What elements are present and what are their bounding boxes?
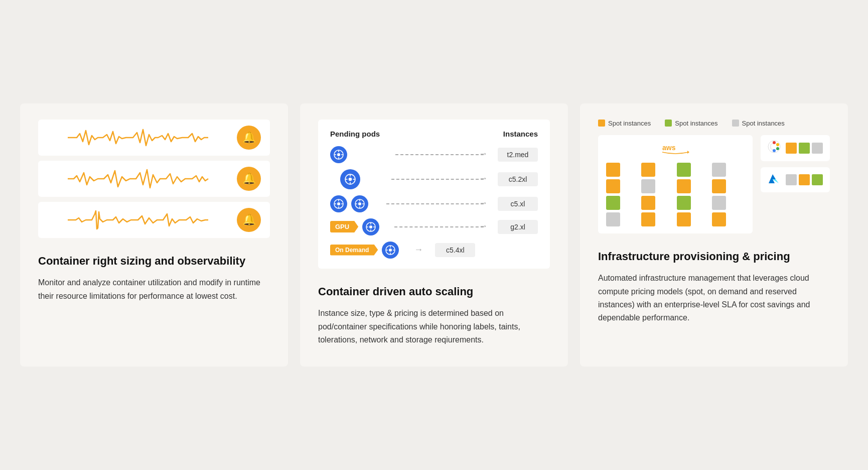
waveform-3: [47, 209, 229, 231]
k8s-icon-5: [382, 242, 399, 259]
card2-desc: Instance size, type & pricing is determi…: [318, 307, 550, 346]
sq-15: [677, 212, 691, 226]
sq-3: [677, 163, 691, 177]
gpu-tag: GPU: [330, 221, 358, 232]
gcp-sq-2: [799, 143, 810, 154]
card1-title: Container right sizing and observability: [38, 254, 270, 269]
aws-svg: aws: [660, 142, 690, 156]
legend-dot-orange: [598, 120, 605, 127]
waveform-2: [47, 168, 229, 190]
svg-point-7: [349, 177, 352, 181]
bell-1: 🔔: [237, 126, 261, 150]
sq-6: [641, 179, 655, 193]
card3-title: Infrastructure provisioning & pricing: [598, 250, 830, 264]
gcp-sq-3: [812, 143, 823, 154]
azure-sq-2: [799, 174, 810, 185]
instances-label: Instances: [503, 130, 538, 138]
svg-point-40: [776, 143, 779, 146]
azure-sq-3: [812, 174, 823, 185]
ondemand-tag: On Demand: [330, 245, 378, 256]
arrow-2: [391, 179, 484, 180]
monitoring-row-3: 🔔: [38, 202, 270, 238]
waveform-1: [47, 127, 229, 149]
arrow-4: [394, 226, 484, 227]
scaling-row-2: c5.2xl: [330, 169, 538, 189]
scaling-row-1: t2.med: [330, 146, 538, 163]
k8s-icon-3b: [351, 195, 368, 212]
azure-icon: [768, 172, 781, 187]
arrow-1: [395, 154, 484, 155]
legend-label-1: Spot instances: [608, 120, 651, 127]
sq-7: [677, 179, 691, 193]
sq-10: [641, 196, 655, 210]
instance-2: c5.2xl: [498, 172, 538, 186]
monitoring-row-1: 🔔: [38, 120, 270, 156]
sq-11: [677, 196, 691, 210]
legend-gray: Spot instances: [732, 120, 785, 127]
svg-point-42: [773, 149, 776, 152]
aws-logo: aws: [606, 142, 745, 158]
monitoring-row-2: 🔔: [38, 161, 270, 197]
sq-1: [606, 163, 620, 177]
azure-panel: [761, 167, 830, 192]
pending-pods-label: Pending pods: [330, 130, 380, 138]
sq-13: [606, 212, 620, 226]
sq-9: [606, 196, 620, 210]
cloud-right-panels: [761, 135, 830, 233]
azure-sq-1: [786, 174, 797, 185]
sq-2: [641, 163, 655, 177]
aws-grid: [606, 163, 745, 226]
instance-1: t2.med: [498, 148, 538, 162]
arrow-3: [386, 203, 484, 204]
legend-label-3: Spot instances: [742, 120, 785, 127]
svg-marker-37: [687, 151, 689, 154]
svg-point-39: [773, 141, 776, 144]
card2-title: Container driven auto scaling: [318, 285, 550, 299]
card-infrastructure: Spot instances Spot instances Spot insta…: [580, 103, 848, 367]
instance-5: c5.4xl: [435, 243, 475, 257]
gcp-panel: [761, 135, 830, 161]
legend-label-2: Spot instances: [675, 120, 717, 127]
legend-dot-green: [665, 120, 672, 127]
svg-point-31: [389, 249, 392, 252]
infra-diagram: Spot instances Spot instances Spot insta…: [598, 120, 830, 233]
sq-16: [712, 212, 726, 226]
scaling-diagram: Pending pods Instances t2.med: [318, 120, 550, 269]
bell-3: 🔔: [237, 208, 261, 232]
svg-point-19: [358, 202, 361, 205]
monitoring-rows: 🔔 🔔 🔔: [38, 120, 270, 238]
scaling-row-4: GPU g2.xl: [330, 218, 538, 236]
svg-text:aws: aws: [662, 144, 676, 152]
sq-4: [712, 163, 726, 177]
svg-point-25: [369, 225, 372, 228]
card-auto-scaling: Pending pods Instances t2.med: [300, 103, 568, 367]
bell-icon-2: 🔔: [242, 172, 256, 185]
legend-green: Spot instances: [665, 120, 717, 127]
scaling-row-3: c5.xl: [330, 195, 538, 212]
azure-squares: [786, 174, 823, 185]
gcp-sq-1: [786, 143, 797, 154]
svg-point-1: [337, 153, 340, 156]
legend-row: Spot instances Spot instances Spot insta…: [598, 120, 830, 127]
sq-12: [712, 196, 726, 210]
svg-point-13: [337, 202, 340, 205]
sq-14: [641, 212, 655, 226]
card3-desc: Automated infrastructure management that…: [598, 272, 830, 325]
k8s-icon-3a: [330, 195, 347, 212]
aws-panel: aws: [598, 135, 753, 233]
card-right-sizing: 🔔 🔔 🔔 Container right sizin: [20, 103, 288, 367]
bell-icon-3: 🔔: [242, 213, 256, 226]
bell-2: 🔔: [237, 167, 261, 191]
cards-container: 🔔 🔔 🔔 Container right sizin: [20, 103, 848, 367]
legend-dot-gray: [732, 120, 739, 127]
k8s-icon-4: [362, 218, 379, 236]
gcp-squares: [786, 143, 823, 154]
scaling-header: Pending pods Instances: [330, 130, 538, 138]
instance-3: c5.xl: [498, 197, 538, 211]
instance-4: g2.xl: [498, 220, 538, 234]
scaling-row-5: On Demand → c5.4xl: [330, 242, 538, 259]
card1-desc: Monitor and analyze container utilizatio…: [38, 276, 270, 303]
svg-point-41: [776, 147, 779, 150]
k8s-icon-1: [330, 146, 347, 163]
bell-icon-1: 🔔: [242, 131, 256, 144]
